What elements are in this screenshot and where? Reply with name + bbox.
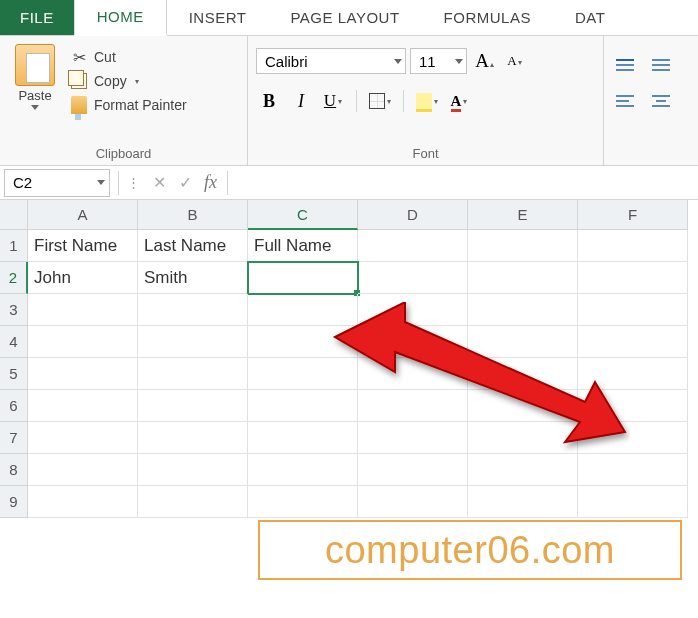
underline-button[interactable]: U▾ [320, 88, 346, 114]
tab-insert[interactable]: INSERT [167, 0, 269, 35]
cell[interactable] [578, 454, 688, 486]
col-header-e[interactable]: E [468, 200, 578, 230]
cell[interactable] [248, 390, 358, 422]
cell[interactable] [28, 422, 138, 454]
col-header-a[interactable]: A [28, 200, 138, 230]
row-header-1[interactable]: 1 [0, 230, 28, 262]
cell[interactable] [578, 294, 688, 326]
cell-d2[interactable] [358, 262, 468, 294]
cell[interactable] [28, 326, 138, 358]
decrease-font-button[interactable]: A [501, 48, 527, 74]
borders-button[interactable]: ▾ [367, 88, 393, 114]
align-center-button[interactable] [648, 88, 674, 114]
copy-button[interactable]: Copy ▾ [70, 72, 187, 90]
cell[interactable] [358, 326, 468, 358]
cell-c1[interactable]: Full Name [248, 230, 358, 262]
grip-icon[interactable]: ⋮ [123, 175, 146, 190]
chevron-down-icon[interactable] [455, 59, 463, 64]
cell[interactable] [358, 486, 468, 518]
cell[interactable] [138, 486, 248, 518]
italic-button[interactable]: I [288, 88, 314, 114]
paste-button[interactable]: Paste [8, 42, 62, 110]
font-color-button[interactable]: A▾ [446, 88, 472, 114]
formula-input[interactable] [232, 169, 698, 197]
cell[interactable] [468, 486, 578, 518]
cell[interactable] [138, 358, 248, 390]
cell[interactable] [28, 294, 138, 326]
tab-file[interactable]: FILE [0, 0, 74, 35]
chevron-down-icon[interactable] [97, 180, 105, 185]
cell-a1[interactable]: First Name [28, 230, 138, 262]
cell[interactable] [358, 358, 468, 390]
tab-formulas[interactable]: FORMULAS [422, 0, 553, 35]
cell[interactable] [28, 390, 138, 422]
cell[interactable] [138, 422, 248, 454]
cell[interactable] [28, 486, 138, 518]
cell[interactable] [358, 294, 468, 326]
chevron-down-icon[interactable]: ▾ [135, 77, 139, 86]
row-header-2[interactable]: 2 [0, 262, 28, 294]
name-box[interactable]: C2 [4, 169, 110, 197]
increase-font-button[interactable]: A [471, 48, 497, 74]
cell[interactable] [578, 390, 688, 422]
cell[interactable] [358, 390, 468, 422]
cell[interactable] [28, 358, 138, 390]
cell[interactable] [138, 294, 248, 326]
col-header-c[interactable]: C [248, 200, 358, 230]
cell[interactable] [468, 390, 578, 422]
cell[interactable] [138, 454, 248, 486]
col-header-b[interactable]: B [138, 200, 248, 230]
cell-f2[interactable] [578, 262, 688, 294]
select-all-corner[interactable] [0, 200, 28, 230]
font-size-combo[interactable]: 11 [410, 48, 467, 74]
chevron-down-icon[interactable]: ▾ [338, 97, 342, 106]
cell[interactable] [28, 454, 138, 486]
cell-e1[interactable] [468, 230, 578, 262]
cancel-formula-button[interactable]: ✕ [146, 170, 172, 196]
format-painter-button[interactable]: Format Painter [70, 96, 187, 114]
cell-f1[interactable] [578, 230, 688, 262]
chevron-down-icon[interactable]: ▾ [463, 97, 467, 106]
cut-button[interactable]: ✂ Cut [70, 48, 187, 66]
align-left-button[interactable] [612, 88, 638, 114]
cell[interactable] [468, 294, 578, 326]
cell[interactable] [468, 358, 578, 390]
worksheet[interactable]: A B C D E F 1 First Name Last Name Full … [0, 200, 698, 518]
cell[interactable] [248, 326, 358, 358]
cell[interactable] [578, 358, 688, 390]
cell[interactable] [248, 454, 358, 486]
cell[interactable] [138, 326, 248, 358]
cell[interactable] [578, 422, 688, 454]
cell[interactable] [468, 326, 578, 358]
cell[interactable] [248, 422, 358, 454]
fill-color-button[interactable]: ▾ [414, 88, 440, 114]
cell-a2[interactable]: John [28, 262, 138, 294]
cell[interactable] [468, 422, 578, 454]
cell-b2[interactable]: Smith [138, 262, 248, 294]
col-header-d[interactable]: D [358, 200, 468, 230]
cell[interactable] [358, 454, 468, 486]
tab-home[interactable]: HOME [74, 0, 167, 36]
chevron-down-icon[interactable]: ▾ [387, 97, 391, 106]
col-header-f[interactable]: F [578, 200, 688, 230]
chevron-down-icon[interactable] [31, 105, 39, 110]
row-header-5[interactable]: 5 [0, 358, 28, 390]
chevron-down-icon[interactable]: ▾ [434, 97, 438, 106]
row-header-3[interactable]: 3 [0, 294, 28, 326]
row-header-4[interactable]: 4 [0, 326, 28, 358]
tab-data[interactable]: DAT [553, 0, 627, 35]
enter-formula-button[interactable]: ✓ [172, 170, 198, 196]
cell[interactable] [578, 486, 688, 518]
row-header-7[interactable]: 7 [0, 422, 28, 454]
cell[interactable] [138, 390, 248, 422]
cell[interactable] [248, 358, 358, 390]
bold-button[interactable]: B [256, 88, 282, 114]
fx-label[interactable]: fx [198, 172, 223, 193]
cell-d1[interactable] [358, 230, 468, 262]
align-middle-button[interactable] [648, 52, 674, 78]
align-top-button[interactable] [612, 52, 638, 78]
cell[interactable] [578, 326, 688, 358]
chevron-down-icon[interactable] [394, 59, 402, 64]
cell[interactable] [468, 454, 578, 486]
row-header-8[interactable]: 8 [0, 454, 28, 486]
